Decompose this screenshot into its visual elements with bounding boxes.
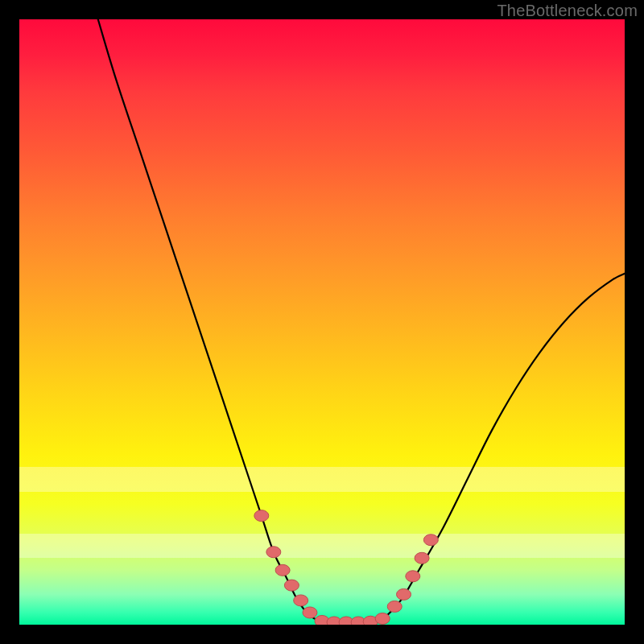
highlight-marker: [266, 547, 281, 558]
highlight-marker: [423, 535, 438, 546]
curve-left-branch: [98, 19, 322, 621]
highlight-markers: [254, 510, 439, 625]
plot-area: [19, 19, 625, 625]
highlight-marker: [303, 607, 317, 618]
highlight-marker: [397, 588, 411, 600]
watermark-text: TheBottleneck.com: [497, 2, 638, 20]
highlight-marker: [387, 601, 402, 612]
highlight-marker: [375, 613, 390, 624]
highlight-marker: [415, 552, 429, 564]
chart-frame: TheBottleneck.com: [0, 0, 644, 644]
highlight-marker: [254, 510, 269, 522]
chart-svg: [19, 19, 625, 625]
highlight-marker: [275, 564, 290, 576]
highlight-marker: [284, 580, 299, 591]
highlight-marker: [294, 595, 308, 606]
highlight-marker: [406, 571, 420, 582]
curve-right-branch: [382, 274, 625, 620]
